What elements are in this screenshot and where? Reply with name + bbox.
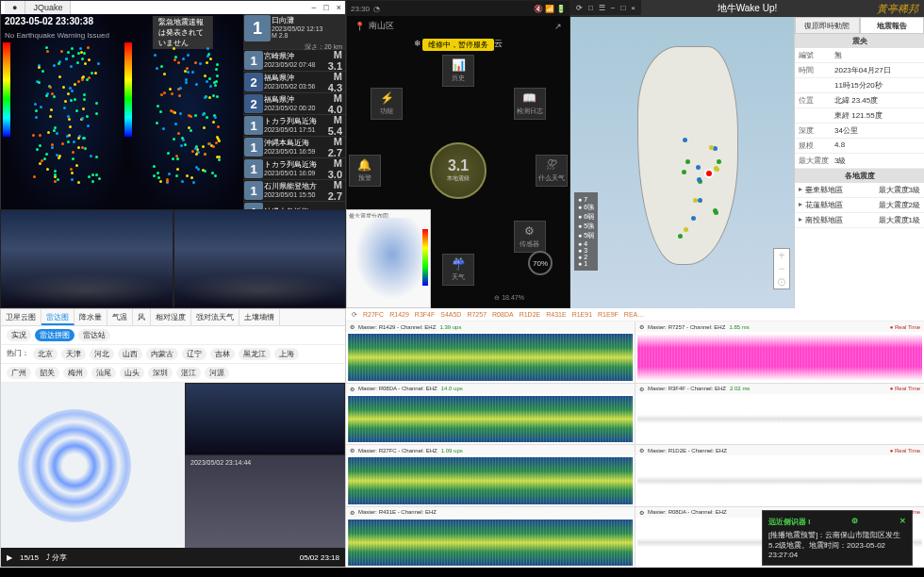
- radar-tab[interactable]: 土壤墒情: [239, 309, 280, 325]
- chip[interactable]: 河源: [205, 367, 229, 379]
- chip[interactable]: 深圳: [148, 367, 173, 379]
- chip[interactable]: 上海: [274, 348, 299, 360]
- area-row[interactable]: 臺東縣地區最大震度3級: [795, 183, 924, 198]
- maximize-icon[interactable]: □: [323, 3, 328, 12]
- station-id[interactable]: R1429: [389, 311, 409, 318]
- gear-icon[interactable]: ⚙: [639, 323, 644, 330]
- radar-tab[interactable]: 降水量: [74, 309, 107, 325]
- station-id[interactable]: R1D2E: [520, 311, 541, 318]
- gear-icon[interactable]: ⚙: [639, 447, 644, 453]
- dial-tile[interactable]: ⚡功能: [371, 88, 403, 120]
- jquake-map-left[interactable]: 2023-05-02 23:30:38 No Earthquake Warnin…: [1, 14, 123, 223]
- tab-report[interactable]: 地震報告: [860, 17, 925, 34]
- station-id[interactable]: R08DA: [492, 311, 514, 318]
- share-icon[interactable]: ↗: [554, 22, 562, 31]
- gear-icon[interactable]: ⚙: [350, 509, 355, 516]
- chip[interactable]: 雷达站: [78, 329, 110, 341]
- seismogram[interactable]: ⚙ Master: R3F4F - Channel: EHZ 2.02 ms ●…: [635, 384, 924, 445]
- station-id[interactable]: REA…: [624, 311, 644, 318]
- jquake-tab-1[interactable]: ●: [5, 1, 25, 14]
- alert-toast[interactable]: 远近侧识器 I ⚙ ✕ [推播地震预警]：云南保山市隆阳区发生5.2级地震。地震…: [762, 510, 913, 566]
- seismogram[interactable]: ⚙ Master: R27FC - Channel: EHZ 1.09 ups: [346, 445, 635, 506]
- station-id[interactable]: R7257: [467, 311, 487, 318]
- chip[interactable]: 吉林: [210, 348, 235, 360]
- dial-tile[interactable]: 📖检测日志: [514, 88, 546, 120]
- featured-event[interactable]: 1 日向灘 2023/05/02 12:13 M 2.8 深さ：20 km: [243, 14, 345, 50]
- station-id[interactable]: R3F4F: [415, 311, 435, 318]
- chip[interactable]: 梅州: [63, 367, 88, 379]
- toast-close-icon[interactable]: ✕: [899, 517, 906, 527]
- event-row[interactable]: 1 宮崎県沖 2023/05/02 07:48 M 3.1: [243, 50, 345, 72]
- webcam-1[interactable]: [0, 209, 173, 308]
- seismogram[interactable]: ⚙ Master: R1D2E - Channel: EHZ ● Real Ti…: [635, 445, 924, 506]
- gear-icon[interactable]: ⚙: [350, 323, 355, 330]
- chip[interactable]: 北京: [33, 348, 58, 360]
- dial-tile[interactable]: ⛈什么天气: [536, 155, 568, 187]
- toast-settings-icon[interactable]: ⚙: [851, 517, 858, 527]
- seismogram[interactable]: ⚙ Master: R431E - Channel: EHZ: [346, 507, 635, 569]
- chrome-button[interactable]: ⟳: [576, 4, 583, 12]
- mini-intensity-map[interactable]: 最大震度分布図: [346, 209, 431, 308]
- play-icon[interactable]: ▶: [7, 553, 12, 562]
- chip[interactable]: 河北: [90, 348, 114, 360]
- dial-tile[interactable]: ☔天气: [442, 254, 474, 286]
- dial-tile[interactable]: 📊历史: [442, 55, 474, 87]
- chrome-button[interactable]: ×: [631, 4, 635, 12]
- jquake-tab-2[interactable]: JQuake: [25, 1, 71, 14]
- radar-tab[interactable]: 气温: [107, 309, 133, 325]
- station-id[interactable]: R1E9F: [598, 311, 619, 318]
- close-icon[interactable]: ×: [337, 3, 341, 12]
- radar-tab[interactable]: 相对湿度: [151, 309, 191, 325]
- chip[interactable]: 天津: [61, 348, 86, 360]
- chip[interactable]: 辽宁: [182, 348, 206, 360]
- event-row[interactable]: 1 沖縄本島近海 2023/05/01 16:59 M 2.7: [243, 137, 345, 158]
- location-row[interactable]: 📍 南山区 ↗: [347, 16, 569, 36]
- chrome-button[interactable]: □: [621, 4, 626, 12]
- dial-tile[interactable]: 🔔预警: [349, 155, 381, 187]
- radar-tab[interactable]: 风: [133, 309, 151, 325]
- chip[interactable]: 汕尾: [91, 367, 116, 379]
- refresh-icon[interactable]: ⟳: [352, 311, 357, 319]
- zoom-in-button[interactable]: +: [774, 249, 789, 262]
- zoom-out-button[interactable]: −: [774, 262, 789, 275]
- dial-tile[interactable]: ⚙传感器: [514, 221, 546, 253]
- chip[interactable]: 广州: [7, 367, 31, 379]
- chip[interactable]: 实况: [7, 329, 31, 341]
- chrome-button[interactable]: ☰: [599, 4, 605, 12]
- seismogram[interactable]: ⚙ Master: R08DA - Channel: EHZ 14.0 ups: [346, 384, 635, 445]
- chip[interactable]: 韶关: [35, 367, 59, 379]
- radar-tab[interactable]: 雷达图: [41, 309, 74, 325]
- event-row[interactable]: 1 石川県能登地方 2023/05/01 15:50 M 2.7: [243, 180, 345, 202]
- tab-realtime[interactable]: 復原即時動態: [795, 17, 860, 34]
- chip[interactable]: 雷达拼图: [35, 329, 74, 341]
- event-row[interactable]: 2 福島県沖 2023/05/02 00:20 M 4.0: [243, 93, 345, 115]
- dial-center[interactable]: 3.1 本地震级: [430, 142, 487, 199]
- gear-icon[interactable]: ⚙: [639, 509, 644, 516]
- share-button[interactable]: ⤴ 分享: [46, 552, 67, 563]
- station-id[interactable]: R431E: [546, 311, 566, 318]
- chrome-button[interactable]: □: [588, 4, 593, 12]
- seismogram[interactable]: ⚙ Master: R1429 - Channel: EHZ 1.39 ups: [346, 321, 635, 383]
- chip[interactable]: 山头: [120, 367, 144, 379]
- zoom-reset-button[interactable]: ⊙: [774, 275, 789, 288]
- taiwan-map[interactable]: ● 7● 6強● 6弱● 5強● 5弱● 4● 3● 2● 1 + − ⊙: [570, 17, 794, 308]
- station-id[interactable]: S4A5D: [440, 311, 461, 318]
- minimize-icon[interactable]: −: [311, 3, 316, 12]
- jquake-map-right[interactable]: 緊急地震速報は発表されていません 八丈山 上下 距離:3.0 輝度:3.1 20…: [123, 14, 244, 223]
- area-row[interactable]: 花蓮縣地區最大震度2級: [795, 198, 924, 213]
- chip[interactable]: 湛江: [176, 367, 201, 379]
- event-row[interactable]: 2 福島県沖 2023/05/02 03:56 M 4.3: [243, 72, 345, 93]
- chrome-button[interactable]: −: [611, 4, 616, 12]
- radar-tab[interactable]: 卫星云图: [1, 309, 41, 325]
- gear-icon[interactable]: ⚙: [350, 386, 355, 392]
- event-row[interactable]: 1 トカラ列島近海 2023/05/01 16:09 M 3.0: [243, 158, 345, 180]
- radar-map[interactable]: [1, 383, 185, 548]
- 3d-render[interactable]: 2023/05/02 23:14:44: [185, 455, 345, 548]
- gear-icon[interactable]: ⚙: [350, 447, 355, 453]
- chip[interactable]: 黑龙江: [239, 348, 271, 360]
- area-row[interactable]: 南投縣地區最大震度1級: [795, 213, 924, 228]
- event-row[interactable]: 1 トカラ列島近海 2023/05/01 17:51 M 5.4: [243, 115, 345, 137]
- gear-icon[interactable]: ⚙: [639, 386, 644, 392]
- station-id[interactable]: R27FC: [363, 311, 384, 318]
- webcam-2[interactable]: [173, 209, 347, 308]
